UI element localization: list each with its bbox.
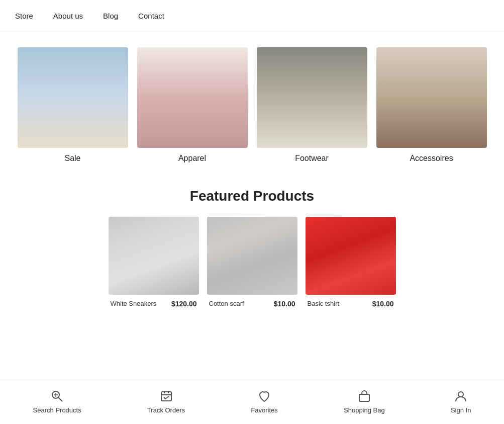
bottom-nav-favorites-label: Favorites [251,406,277,414]
bottom-nav-track-label: Track Orders [147,406,185,414]
nav-about[interactable]: About us [53,12,83,20]
category-accessoires[interactable]: Accessoires [376,47,487,163]
featured-products-grid: White Sneakers $120.00 Cotton scarf $10.… [20,217,484,308]
bottom-nav: Search Products Track Orders Favorites S… [0,379,504,424]
track-orders-icon [159,389,173,403]
shopping-bag-icon [357,389,371,403]
category-accessoires-label: Accessoires [410,154,453,163]
product-scarf-name: Cotton scarf [209,300,270,307]
search-icon [50,389,64,403]
category-footwear-image [257,47,367,148]
nav-contact[interactable]: Contact [138,12,164,20]
bottom-nav-track[interactable]: Track Orders [137,385,195,418]
svg-line-1 [58,398,62,402]
product-tshirt-info: Basic tshirt $10.00 [306,295,396,308]
featured-title: Featured Products [20,188,484,204]
category-accessoires-image [376,47,487,148]
category-sale-image [18,47,128,148]
product-tshirt-name: Basic tshirt [308,300,368,307]
category-grid: Sale Apparel Footwear Accessoires [0,32,504,173]
product-cotton-scarf[interactable]: Cotton scarf $10.00 [207,217,297,308]
user-icon [454,389,468,403]
category-footwear-label: Footwear [295,154,329,163]
bottom-nav-search[interactable]: Search Products [23,385,91,418]
product-scarf-image [207,217,297,295]
category-sale-label: Sale [64,154,80,163]
category-apparel-image [137,47,248,148]
bottom-nav-search-label: Search Products [33,406,81,414]
bottom-nav-bag[interactable]: Shopping Bag [334,385,395,418]
product-sneakers-price: $120.00 [171,300,197,308]
product-white-sneakers[interactable]: White Sneakers $120.00 [109,217,199,308]
category-footwear[interactable]: Footwear [257,47,367,163]
bottom-nav-signin-label: Sign In [451,406,471,414]
heart-icon [257,389,271,403]
bottom-nav-favorites[interactable]: Favorites [241,385,287,418]
product-sneakers-info: White Sneakers $120.00 [109,295,199,308]
product-sneakers-name: White Sneakers [111,300,167,307]
nav-blog[interactable]: Blog [103,12,118,20]
product-tshirt-price: $10.00 [372,300,394,308]
category-apparel-label: Apparel [178,154,206,163]
product-basic-tshirt[interactable]: Basic tshirt $10.00 [306,217,396,308]
product-tshirt-image [306,217,396,295]
svg-point-9 [458,392,463,397]
bottom-nav-bag-label: Shopping Bag [344,406,385,414]
product-scarf-info: Cotton scarf $10.00 [207,295,297,308]
category-apparel[interactable]: Apparel [137,47,248,163]
product-scarf-price: $10.00 [274,300,295,308]
main-nav: Store About us Blog Contact [0,0,504,32]
featured-section: Featured Products White Sneakers $120.00… [0,173,504,318]
product-sneakers-image [109,217,199,295]
svg-rect-4 [161,392,171,401]
category-sale[interactable]: Sale [18,47,128,163]
bottom-nav-signin[interactable]: Sign In [441,385,481,418]
nav-store[interactable]: Store [15,12,33,20]
svg-rect-8 [359,394,369,401]
